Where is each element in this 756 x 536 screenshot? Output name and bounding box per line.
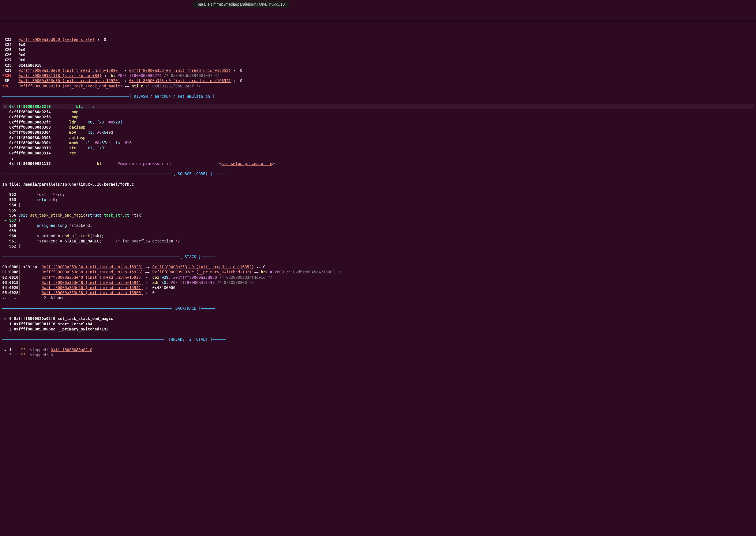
section-source: ────────────────────────────────────────… [2, 171, 754, 176]
stack-panel: 00:0000│ x29 sp 0xffff80000a353e30 (init… [2, 264, 754, 301]
section-disasm: ────────────────────────────────────────… [2, 94, 754, 99]
register-value-link[interactable]: 0xffff80000a353e30 (init_thread_union+15… [18, 78, 120, 83]
register-value-link[interactable]: 0xffff80000a353fe0 (init_thread_union+16… [129, 68, 231, 73]
stack-addr-link[interactable]: 0xffff80000a353e40 (init_thread_union+15… [42, 275, 143, 280]
window-top-border [0, 21, 756, 21]
disasm-panel: ► 0xffff8000080a02f0 bti c 0xffff8000080… [2, 104, 754, 166]
register-value-link[interactable]: 0xffff800009981118 (start_kernel+84) [18, 73, 102, 78]
registers-panel: X23 0xffff80000a35d9c0 (system_state) ◂—… [2, 37, 754, 88]
section-stack: ────────────────────────────────────────… [2, 254, 754, 259]
section-threads: ────────────────────────────────────────… [2, 337, 754, 342]
window-title: parallels@me: /media/parallels/InTOne/li… [193, 1, 290, 8]
backtrace-panel: ► 0 0xffff8000080a02f0 set_task_stack_en… [2, 316, 754, 332]
disasm-symbol-link[interactable]: smp_setup_processor_id [222, 161, 272, 166]
stack-addr-link[interactable]: 0xffff80000a353e58 (init_thread_union+15… [42, 290, 143, 295]
threads-panel: ► 1 "" stopped: 0xffff8000080a02f0 2 "" … [2, 347, 754, 357]
register-value-link[interactable]: 0xffff80000a35d9c0 (system_state) [18, 37, 94, 42]
stack-addr-link[interactable]: 0xffff80000a353e30 (init_thread_union+15… [42, 265, 143, 269]
stack-addr-link[interactable]: 0xffff80000a353e38 (init_thread_union+15… [42, 270, 143, 274]
register-value-link[interactable]: 0xffff80000a353fe0 (init_thread_union+16… [129, 78, 231, 83]
stack-target-link[interactable]: 0xffff80000a353fe0 (init_thread_union+16… [152, 265, 254, 269]
source-file: In file: /media/parallels/InTOne/linux-5… [2, 182, 754, 187]
stack-addr-link[interactable]: 0xffff80000a353e48 (init_thread_union+15… [42, 280, 143, 285]
section-backtrace: ────────────────────────────────────────… [2, 306, 754, 311]
thread-addr-link[interactable]: 0xffff8000080a02f0 [51, 348, 92, 352]
register-value-link[interactable]: 0xffff8000080a02f0 (set_task_stack_end_m… [18, 84, 122, 88]
stack-addr-link[interactable]: 0xffff80000a353e50 (init_thread_union+15… [42, 285, 143, 290]
register-value-link[interactable]: 0xffff80000a353e30 (init_thread_union+15… [18, 68, 120, 73]
source-panel: 952 *dst = *src; 953 return 0; 954 } 955… [2, 192, 754, 249]
stack-target-link[interactable]: 0xffff8000099803ec (__primary_switched+1… [152, 270, 252, 274]
